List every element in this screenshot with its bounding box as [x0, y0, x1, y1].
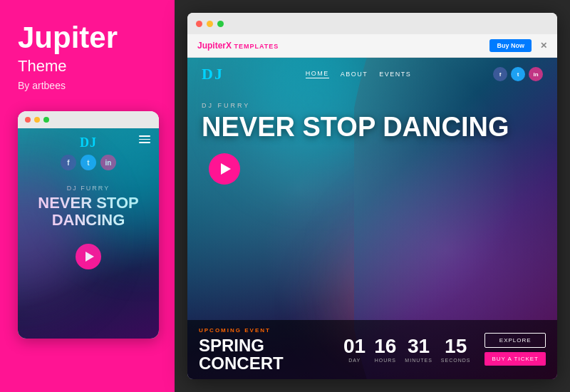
left-panel: Jupiter Theme By artbees DJ f t in	[0, 0, 175, 392]
event-info: UPCOMING EVENT SPRING CONCERT	[199, 327, 329, 372]
site-logo: JupiterX TEMPLATES	[197, 41, 279, 51]
event-action-buttons: EXPLORE BUY A TICKET	[484, 333, 546, 366]
site-topbar: JupiterX TEMPLATES Buy Now ✕	[187, 34, 557, 58]
nav-links: HOME ABOUT EVENTS	[306, 70, 412, 78]
mobile-browser-bar	[18, 111, 159, 128]
nav-events[interactable]: EVENTS	[379, 71, 411, 78]
site-instagram-icon[interactable]: in	[529, 67, 543, 81]
browser-dot-red	[196, 21, 202, 27]
mobile-hamburger-icon[interactable]	[139, 135, 150, 143]
site-main-headline: NEVER STOP DANCING	[202, 113, 543, 142]
browser-bar	[187, 13, 557, 34]
site-dj-logo: DJ	[202, 65, 224, 83]
site-hero-main: DJ FURRY NEVER STOP DANCING	[187, 91, 557, 320]
explore-button[interactable]: EXPLORE	[484, 333, 546, 348]
mobile-preview-card: DJ f t in DJ FURRY NEVER STOP DANCING	[18, 111, 159, 339]
mobile-dot-green	[43, 117, 49, 123]
countdown-seconds: 15 SECONDS	[441, 336, 471, 363]
mobile-nav: DJ	[18, 128, 159, 155]
mobile-twitter-icon[interactable]: t	[81, 155, 96, 170]
browser-dot-yellow	[207, 21, 213, 27]
countdown-day: 01 DAY	[343, 336, 366, 363]
site-hero-section: DJ HOME ABOUT EVENTS f t in DJ FURRY	[187, 58, 557, 379]
site-dj-name-label: DJ FURRY	[202, 102, 543, 109]
desktop-browser-window: JupiterX TEMPLATES Buy Now ✕ DJ HO	[187, 13, 557, 379]
mobile-dj-name: DJ FURRY	[38, 185, 138, 192]
mobile-hero-text: DJ FURRY NEVER STOP DANCING	[29, 185, 147, 243]
upcoming-label: UPCOMING EVENT	[199, 327, 329, 334]
theme-title: Jupiter	[18, 21, 118, 54]
event-bar: UPCOMING EVENT SPRING CONCERT 01 DAY 16	[187, 320, 557, 379]
event-title: SPRING CONCERT	[199, 336, 329, 372]
nav-home[interactable]: HOME	[306, 70, 329, 78]
countdown-hours: 16 HOURS	[374, 336, 396, 363]
mobile-play-button[interactable]	[76, 244, 101, 269]
browser-dot-green	[217, 21, 224, 27]
countdown-timer: 01 DAY 16 HOURS 31 MINUTES 15	[343, 336, 470, 363]
buy-now-button[interactable]: Buy Now	[489, 39, 532, 52]
theme-subtitle: Theme	[18, 57, 66, 76]
browser-content: JupiterX TEMPLATES Buy Now ✕ DJ HO	[187, 34, 557, 379]
site-navigation: DJ HOME ABOUT EVENTS f t in	[187, 58, 557, 91]
mobile-dot-red	[25, 117, 31, 123]
mobile-instagram-icon[interactable]: in	[100, 155, 116, 170]
mobile-content-area: DJ f t in DJ FURRY NEVER STOP DANCING	[18, 128, 159, 339]
right-panel: JupiterX TEMPLATES Buy Now ✕ DJ HO	[175, 0, 570, 392]
buy-ticket-button[interactable]: BUY A TICKET	[484, 352, 546, 366]
mobile-dot-yellow	[34, 117, 40, 123]
topbar-right: Buy Now ✕	[489, 39, 547, 52]
nav-about[interactable]: ABOUT	[341, 71, 368, 78]
site-twitter-icon[interactable]: t	[511, 67, 525, 81]
site-play-button[interactable]	[209, 153, 240, 185]
site-social-icons: f t in	[493, 67, 543, 81]
mobile-facebook-icon[interactable]: f	[61, 155, 76, 170]
site-facebook-icon[interactable]: f	[493, 67, 507, 81]
countdown-minutes: 31 MINUTES	[405, 336, 432, 363]
close-icon[interactable]: ✕	[540, 41, 547, 51]
mobile-dj-logo: DJ	[80, 135, 97, 150]
mobile-social-icons: f t in	[61, 155, 116, 170]
author-label: By artbees	[18, 80, 66, 91]
mobile-headline: NEVER STOP DANCING	[38, 195, 138, 229]
